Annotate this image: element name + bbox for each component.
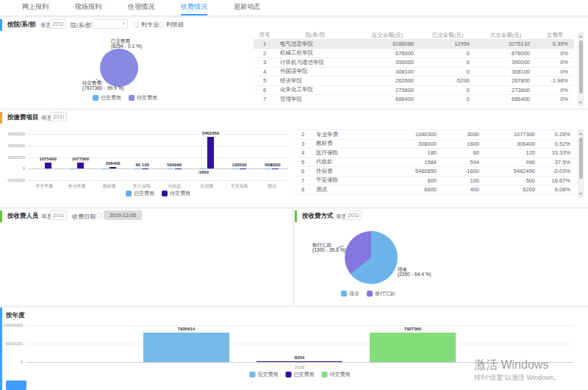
table-row[interactable]: 4医疗保险1806012033.33% <box>294 149 576 158</box>
table-header-row: 序号院/系/部应交金额(元)已交金额(元)欠交金额(元)交费率 <box>254 31 574 40</box>
tab-网上报到[interactable]: 网上报到 <box>22 0 49 15</box>
table-row[interactable]: 4外国语学院30810003081000% <box>254 68 574 77</box>
scrollbar-thumb[interactable] <box>579 138 583 179</box>
checkbox-box <box>134 22 139 27</box>
x-tick-label: 学生学费 <box>26 183 62 190</box>
bar-待交费用-专业学费[interactable] <box>77 163 84 169</box>
bar-待交费用-测试[interactable] <box>272 169 279 169</box>
y-tick-label: 10000000 <box>0 323 23 327</box>
table-cell: 33.33% <box>541 149 576 156</box>
table-row[interactable]: 7平安保险60010050016.67% <box>294 177 576 186</box>
legend-item-已交费用[interactable]: 已交费用 <box>93 94 121 102</box>
table-cell: 机械工程学院 <box>276 49 355 57</box>
scroll-down-icon[interactable]: ▼ <box>578 99 583 105</box>
x-tick-label: 代收款 <box>156 183 193 190</box>
table-cell: 3275132 <box>476 40 536 47</box>
tab-住宿情况[interactable]: 住宿情况 <box>128 0 154 15</box>
table-cell: 60 <box>442 149 485 156</box>
table-row[interactable]: 6化学化工学院27360002736000% <box>254 86 574 96</box>
date-checkbox[interactable] <box>96 213 101 218</box>
table-row[interactable]: 6住宿费5460850-16005462450-0.03% <box>294 167 576 177</box>
bar-应交费用-2018[interactable] <box>143 333 229 362</box>
tab-收费情况[interactable]: 收费情况 <box>181 0 207 15</box>
bar-待交费用-代收款[interactable] <box>175 169 182 169</box>
dept-select[interactable]: ▾ <box>93 19 128 29</box>
gridline <box>28 134 288 135</box>
date-input[interactable]: 2019-12-05 <box>104 210 142 220</box>
item-table-scrollbar[interactable]: ▲▼ <box>578 130 584 197</box>
table-cell: 电气信息学院 <box>276 40 355 48</box>
legend-item-待交费用[interactable]: 待交费用 <box>129 94 157 102</box>
bar-已交费用-教材费[interactable] <box>102 169 109 169</box>
tab-迎新动态[interactable]: 迎新动态 <box>234 0 260 15</box>
table-cell: 990 <box>485 159 541 166</box>
table-row[interactable]: 7管理学院68640006864000% <box>254 95 574 104</box>
pie_method-pie[interactable] <box>345 231 398 284</box>
legend-label: 已交费用 <box>134 190 154 197</box>
bar-已交费用-专业学费[interactable] <box>70 169 76 169</box>
bar-待交费用-2018[interactable] <box>370 333 456 362</box>
table-cell: 2 <box>294 131 312 138</box>
year-input[interactable] <box>345 210 362 220</box>
item-table: 2专业学费1080300300010773000.28%3教材费30800016… <box>294 130 576 195</box>
x-tick-label: 平安保险 <box>221 183 258 190</box>
panel-by-dept: 按院/系/部 年度 院/系/部 ▾ 到专业 到班级 序号院/系/部应交金额(元)… <box>0 18 588 108</box>
year-input[interactable] <box>50 112 67 121</box>
y-tick-label: 0 <box>0 166 25 171</box>
table-row[interactable]: 8测试660040062006.06% <box>294 185 576 195</box>
x-tick-label: 教材费 <box>91 183 128 190</box>
table-row[interactable]: 2专业学费1080300300010773000.28% <box>294 130 576 140</box>
legend-item-现金[interactable]: 现金 <box>341 290 359 297</box>
table-row[interactable]: 3教材费30800016003064000.52% <box>294 140 576 149</box>
legend-item-已交费用[interactable]: 已交费用 <box>286 371 315 378</box>
table-row[interactable]: 3计算机与通信学院39000003900000% <box>254 58 574 68</box>
table-row[interactable]: 5经济学院262600-5200267800-1.98% <box>254 77 574 86</box>
tab-现场报到[interactable]: 现场报到 <box>75 0 101 15</box>
year-input[interactable] <box>49 19 66 29</box>
table-cell: 欠交金额(元) <box>476 32 536 39</box>
checkbox-to-class[interactable]: 到班级 <box>159 21 184 29</box>
table-cell: 住宿费 <box>312 168 379 175</box>
table-row[interactable]: 2机械工程学院67600006760000% <box>254 49 574 59</box>
scroll-up-icon[interactable]: ▲ <box>578 130 583 136</box>
legend-item-应交费用[interactable]: 应交费用 <box>250 371 279 378</box>
bar-已交费用-平安保险[interactable] <box>232 169 239 169</box>
bar-已交费用-住宿费[interactable] <box>200 169 207 169</box>
scrollbar-thumb[interactable] <box>579 40 583 93</box>
table-cell: 500 <box>485 177 541 184</box>
table-cell: 0% <box>536 96 574 102</box>
table-cell: 267800 <box>476 77 536 84</box>
bottom-left-button[interactable] <box>6 380 26 390</box>
scroll-up-icon[interactable]: ▲ <box>578 33 583 39</box>
bar-已交费用-代收款[interactable] <box>168 169 174 169</box>
table-cell: 7 <box>254 96 276 102</box>
bar-已交费用-医疗保险[interactable] <box>135 169 141 169</box>
panel-title: 按院/系/部 <box>7 21 36 29</box>
bar-待交费用-住宿费[interactable] <box>207 137 214 169</box>
year-input[interactable] <box>50 210 67 220</box>
bar-已交费用-2018[interactable] <box>257 361 343 362</box>
table-row[interactable]: 5代收款158459499037.5% <box>294 158 576 168</box>
bar-待交费用-教材费[interactable] <box>110 167 116 169</box>
table-row[interactable]: 1电气信息学院32880861295432751320.39% <box>254 40 574 49</box>
panel-title: 按年度 <box>6 311 25 320</box>
table-cell: 0.28% <box>541 131 576 138</box>
table-cell: 专业学费 <box>312 131 379 138</box>
checkbox-label: 到专业 <box>141 21 159 29</box>
bar-已交费用-测试[interactable] <box>265 169 271 169</box>
legend-item-待交费用[interactable]: 待交费用 <box>162 190 190 197</box>
dept-table-scrollbar[interactable]: ▲▼ <box>578 32 584 106</box>
table-cell: 1077300 <box>485 131 541 138</box>
legend-item-已交费用[interactable]: 已交费用 <box>126 190 154 197</box>
legend-swatch <box>367 291 373 297</box>
legend-item-银行汇款[interactable]: 银行汇款 <box>367 290 395 297</box>
bar-待交费用-医疗保险[interactable] <box>142 169 148 169</box>
bar-待交费用-学生学费[interactable] <box>45 163 51 169</box>
bar-待交费用-平安保险[interactable] <box>240 169 246 169</box>
scroll-down-icon[interactable]: ▼ <box>578 191 583 196</box>
dept-label: 院/系/部 <box>71 21 91 29</box>
legend-item-待交费用[interactable]: 待交费用 <box>322 371 351 378</box>
table-cell: 院/系/部 <box>276 32 355 39</box>
table-cell: 37.5% <box>541 159 576 166</box>
checkbox-to-major[interactable]: 到专业 <box>134 21 159 29</box>
